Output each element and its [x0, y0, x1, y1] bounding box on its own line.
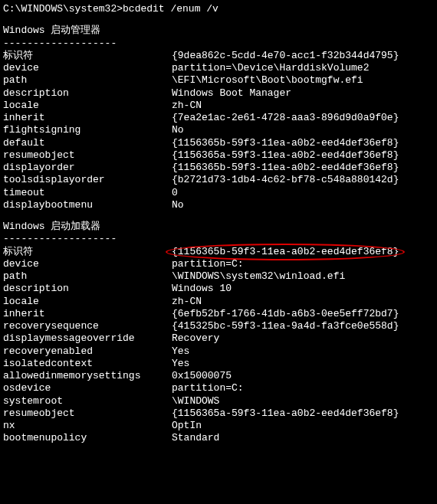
property-value: \WINDOWS\system32\winload.efi — [172, 270, 434, 283]
property-value: {1156365b-59f3-11ea-a0b2-eed4def36ef8} — [172, 137, 434, 149]
property-key: displaybootmenu — [3, 199, 172, 211]
property-row: devicepartition=\Device\HarddiskVolume2 — [3, 62, 434, 74]
property-value: No — [172, 199, 434, 211]
property-row: resumeobject{1156365a-59f3-11ea-a0b2-eed… — [3, 407, 434, 420]
property-key: default — [3, 137, 172, 149]
property-row: descriptionWindows Boot Manager — [3, 87, 434, 100]
property-key: recoverysequence — [3, 320, 172, 332]
property-key: resumeobject — [3, 149, 172, 162]
property-value: {7ea2e1ac-2e61-4728-aaa3-896d9d0a9f0e} — [172, 112, 434, 124]
property-value: Yes — [172, 345, 434, 358]
property-key: displayorder — [3, 162, 172, 174]
property-row: descriptionWindows 10 — [3, 283, 434, 295]
property-key: 标识符 — [3, 50, 172, 62]
property-value: Windows 10 — [172, 283, 434, 295]
property-key: inherit — [3, 308, 172, 320]
property-row: allowedinmemorysettings0x15000075 — [3, 370, 434, 382]
property-key: device — [3, 258, 172, 270]
property-value: Yes — [172, 358, 434, 370]
property-key: description — [3, 87, 172, 100]
property-row: recoveryenabledYes — [3, 345, 434, 358]
property-value: {415325bc-59f3-11ea-9a4d-fa3fce0e558d} — [172, 320, 434, 332]
property-key: flightsigning — [3, 124, 172, 136]
property-row: osdevicepartition=C: — [3, 382, 434, 394]
property-row: 标识符{9dea862c-5cdd-4e70-acc1-f32b344d4795… — [3, 50, 434, 62]
property-value: {b2721d73-1db4-4c62-bf78-c548a880142d} — [172, 174, 434, 186]
property-key: recoveryenabled — [3, 345, 172, 358]
property-key: displaymessageoverride — [3, 332, 172, 345]
property-value: {1156365a-59f3-11ea-a0b2-eed4def36ef8} — [172, 149, 434, 162]
property-key: resumeobject — [3, 407, 172, 420]
property-row: toolsdisplayorder{b2721d73-1db4-4c62-bf7… — [3, 174, 434, 186]
property-row: localezh-CN — [3, 100, 434, 112]
property-value: OptIn — [172, 420, 434, 432]
property-row: isolatedcontextYes — [3, 358, 434, 370]
property-value: zh-CN — [172, 100, 434, 112]
section-divider: ------------------- — [3, 38, 434, 50]
property-value: Windows Boot Manager — [172, 87, 434, 100]
property-row: default{1156365b-59f3-11ea-a0b2-eed4def3… — [3, 137, 434, 149]
property-row: displayorder{1156365b-59f3-11ea-a0b2-eed… — [3, 162, 434, 174]
property-row: timeout0 — [3, 187, 434, 199]
section-header: Windows 启动加载器 — [3, 221, 434, 233]
property-key: toolsdisplayorder — [3, 174, 172, 186]
property-value: \WINDOWS — [172, 395, 434, 407]
property-key: nx — [3, 420, 172, 432]
property-key: device — [3, 62, 172, 74]
property-key: bootmenupolicy — [3, 432, 172, 444]
property-row: devicepartition=C: — [3, 258, 434, 270]
property-value: {1156365b-59f3-11ea-a0b2-eed4def36ef8} — [172, 246, 434, 258]
property-row: path\EFI\Microsoft\Boot\bootmgfw.efi — [3, 74, 434, 87]
property-key: path — [3, 74, 172, 87]
property-row: path\WINDOWS\system32\winload.efi — [3, 270, 434, 283]
command-prompt: C:\WINDOWS\system32>bcdedit /enum /v — [3, 3, 434, 15]
property-value: Recovery — [172, 332, 434, 345]
property-value: zh-CN — [172, 296, 434, 308]
property-row: 标识符{1156365b-59f3-11ea-a0b2-eed4def36ef8… — [3, 246, 434, 258]
property-row: displaymessageoverrideRecovery — [3, 332, 434, 345]
property-value: {1156365b-59f3-11ea-a0b2-eed4def36ef8} — [172, 162, 434, 174]
bcd-section: Windows 启动管理器-------------------标识符{9dea… — [3, 25, 434, 211]
property-value: 0x15000075 — [172, 370, 434, 382]
property-row: inherit{6efb52bf-1766-41db-a6b3-0ee5eff7… — [3, 308, 434, 320]
property-value: {1156365a-59f3-11ea-a0b2-eed4def36ef8} — [172, 407, 434, 420]
highlighted-value: {1156365b-59f3-11ea-a0b2-eed4def36ef8} — [172, 246, 399, 258]
property-key: path — [3, 270, 172, 283]
section-divider: ------------------- — [3, 233, 434, 245]
property-value: partition=C: — [172, 382, 434, 394]
property-value: No — [172, 124, 434, 136]
property-row: displaybootmenuNo — [3, 199, 434, 211]
property-row: resumeobject{1156365a-59f3-11ea-a0b2-eed… — [3, 149, 434, 162]
property-key: systemroot — [3, 395, 172, 407]
property-row: nxOptIn — [3, 420, 434, 432]
property-value: partition=\Device\HarddiskVolume2 — [172, 62, 434, 74]
bcd-section: Windows 启动加载器-------------------标识符{1156… — [3, 221, 434, 445]
property-value: 0 — [172, 187, 434, 199]
property-row: recoverysequence{415325bc-59f3-11ea-9a4d… — [3, 320, 434, 332]
property-value: {9dea862c-5cdd-4e70-acc1-f32b344d4795} — [172, 50, 434, 62]
property-row: flightsigningNo — [3, 124, 434, 136]
property-key: inherit — [3, 112, 172, 124]
property-key: description — [3, 283, 172, 295]
property-row: systemroot\WINDOWS — [3, 395, 434, 407]
property-row: localezh-CN — [3, 296, 434, 308]
property-row: inherit{7ea2e1ac-2e61-4728-aaa3-896d9d0a… — [3, 112, 434, 124]
property-key: allowedinmemorysettings — [3, 370, 172, 382]
property-key: osdevice — [3, 382, 172, 394]
property-row: bootmenupolicyStandard — [3, 432, 434, 444]
property-value: Standard — [172, 432, 434, 444]
section-header: Windows 启动管理器 — [3, 25, 434, 37]
property-value: {6efb52bf-1766-41db-a6b3-0ee5eff72bd7} — [172, 308, 434, 320]
property-key: locale — [3, 296, 172, 308]
property-key: isolatedcontext — [3, 358, 172, 370]
property-key: timeout — [3, 187, 172, 199]
property-value: partition=C: — [172, 258, 434, 270]
property-value: \EFI\Microsoft\Boot\bootmgfw.efi — [172, 74, 434, 87]
property-key: locale — [3, 100, 172, 112]
property-key: 标识符 — [3, 246, 172, 258]
